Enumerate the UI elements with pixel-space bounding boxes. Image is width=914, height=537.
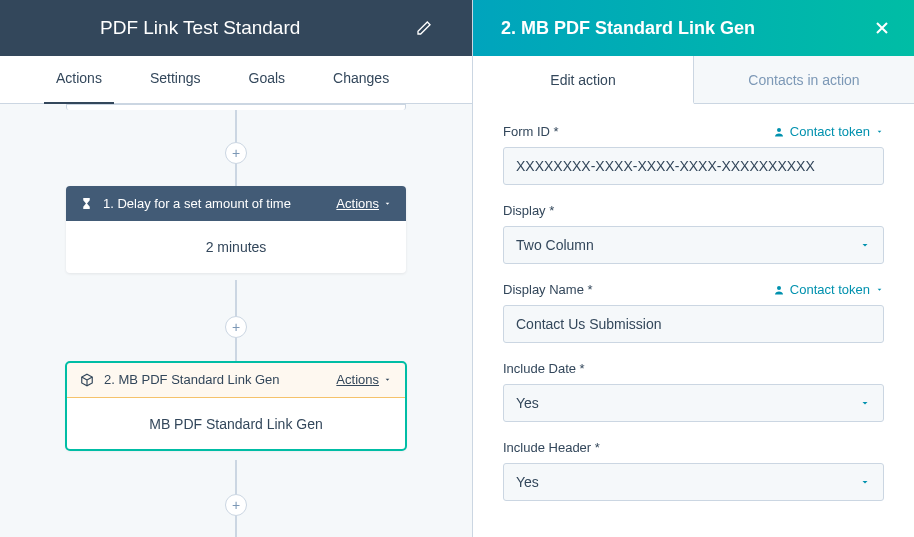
field-display: Display * Two Column — [503, 203, 884, 264]
edit-title-icon[interactable] — [416, 20, 432, 36]
chevron-down-icon — [859, 239, 871, 251]
field-label: Include Date * — [503, 361, 884, 376]
contact-token-link[interactable]: Contact token — [773, 124, 884, 139]
form-id-input[interactable] — [503, 147, 884, 185]
field-display-name: Display Name * Contact token — [503, 282, 884, 343]
workflow-node-pdf-link[interactable]: 2. MB PDF Standard Link Gen Actions MB P… — [66, 362, 406, 450]
chevron-down-icon — [383, 375, 392, 384]
node-actions-menu[interactable]: Actions — [336, 196, 392, 211]
workflow-node-delay[interactable]: 1. Delay for a set amount of time Action… — [66, 186, 406, 273]
field-label: Form ID * — [503, 124, 773, 139]
person-icon — [773, 284, 785, 296]
cube-icon — [80, 373, 94, 387]
page-title: PDF Link Test Standard — [100, 17, 402, 39]
chevron-down-icon — [383, 199, 392, 208]
node-header: 2. MB PDF Standard Link Gen Actions — [66, 362, 406, 398]
add-step-button[interactable]: + — [225, 316, 247, 338]
hourglass-icon — [80, 197, 93, 210]
field-label: Include Header * — [503, 440, 884, 455]
main-tabs: Actions Settings Goals Changes — [0, 56, 472, 104]
person-icon — [773, 126, 785, 138]
field-include-date: Include Date * Yes — [503, 361, 884, 422]
token-label: Contact token — [790, 124, 870, 139]
token-label: Contact token — [790, 282, 870, 297]
chevron-down-icon — [875, 285, 884, 294]
node-actions-label: Actions — [336, 372, 379, 387]
node-actions-menu[interactable]: Actions — [336, 372, 392, 387]
panel-tabs: Edit action Contacts in action — [473, 56, 914, 104]
select-value: Yes — [516, 395, 859, 411]
panel-header: 2. MB PDF Standard Link Gen — [473, 0, 914, 56]
top-bar: PDF Link Test Standard — [0, 0, 472, 56]
field-label: Display * — [503, 203, 884, 218]
chevron-down-icon — [859, 397, 871, 409]
add-step-button[interactable]: + — [225, 142, 247, 164]
node-body: 2 minutes — [66, 221, 406, 273]
field-form-id: Form ID * Contact token — [503, 124, 884, 185]
tab-settings[interactable]: Settings — [126, 56, 225, 104]
close-icon[interactable] — [872, 18, 892, 38]
svg-point-1 — [777, 286, 781, 290]
include-date-select[interactable]: Yes — [503, 384, 884, 422]
field-include-header: Include Header * Yes — [503, 440, 884, 501]
node-title: 2. MB PDF Standard Link Gen — [104, 372, 326, 387]
node-body: MB PDF Standard Link Gen — [66, 398, 406, 450]
panel-tab-contacts[interactable]: Contacts in action — [694, 56, 914, 104]
tab-changes[interactable]: Changes — [309, 56, 413, 104]
tab-actions[interactable]: Actions — [32, 56, 126, 104]
include-header-select[interactable]: Yes — [503, 463, 884, 501]
select-value: Yes — [516, 474, 859, 490]
action-editor-panel: 2. MB PDF Standard Link Gen Edit action … — [472, 0, 914, 537]
display-select[interactable]: Two Column — [503, 226, 884, 264]
field-label: Display Name * — [503, 282, 773, 297]
chevron-down-icon — [859, 476, 871, 488]
node-actions-label: Actions — [336, 196, 379, 211]
node-header: 1. Delay for a set amount of time Action… — [66, 186, 406, 221]
node-title: 1. Delay for a set amount of time — [103, 196, 326, 211]
contact-token-link[interactable]: Contact token — [773, 282, 884, 297]
form-area: Form ID * Contact token Display * Two Co… — [473, 104, 914, 537]
chevron-down-icon — [875, 127, 884, 136]
panel-tab-edit-action[interactable]: Edit action — [473, 56, 694, 104]
display-name-input[interactable] — [503, 305, 884, 343]
tab-goals[interactable]: Goals — [225, 56, 310, 104]
panel-title: 2. MB PDF Standard Link Gen — [501, 18, 872, 39]
workflow-canvas: + 1. Delay for a set amount of time Acti… — [0, 104, 472, 537]
workflow-canvas-pane: PDF Link Test Standard Actions Settings … — [0, 0, 472, 537]
svg-point-0 — [777, 128, 781, 132]
add-step-button[interactable]: + — [225, 494, 247, 516]
select-value: Two Column — [516, 237, 859, 253]
